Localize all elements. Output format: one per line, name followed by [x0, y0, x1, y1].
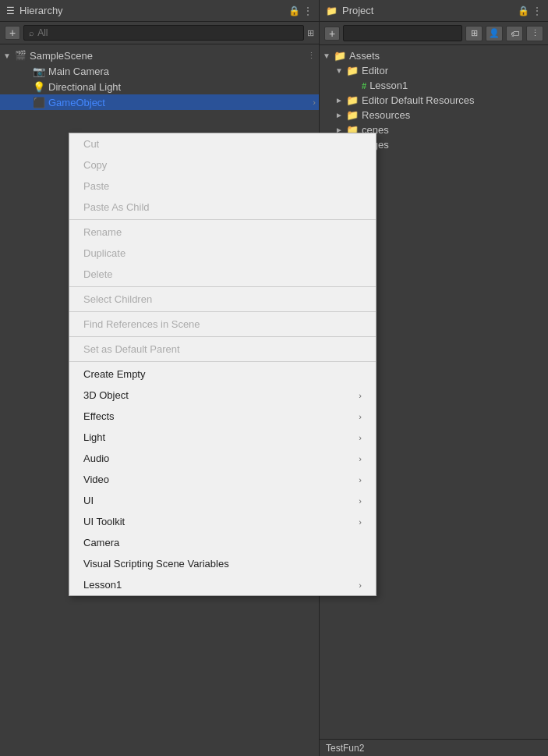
light-submenu-arrow: › — [359, 433, 362, 442]
separator-2 — [69, 286, 376, 287]
ui-arrow: › — [359, 496, 362, 506]
resources-label: Resources — [362, 109, 410, 121]
menu-item-paste-as-child[interactable]: Paste As Child — [69, 197, 376, 218]
hierarchy-search-input[interactable] — [37, 27, 299, 38]
menu-item-copy[interactable]: Copy — [69, 154, 376, 176]
separator-4 — [69, 336, 376, 337]
context-menu: Cut Copy Paste Paste As Child Rename Dup… — [69, 133, 377, 596]
project-header-left: 📁 Project — [326, 5, 373, 16]
light-icon: 💡 — [33, 80, 45, 93]
assets-folder-icon: 📁 — [334, 50, 346, 62]
editor-default-folder-icon: 📁 — [346, 94, 359, 106]
folder-header-icon: 📁 — [326, 5, 338, 16]
project-search-bar: + ⊞ 👤 🏷 ⋮ — [320, 22, 548, 45]
editor-default-arrow: ► — [335, 96, 346, 105]
project-toolbar-person-icon[interactable]: 👤 — [486, 26, 503, 41]
hierarchy-title: Hierarchy — [19, 5, 63, 16]
camera-icon: 📷 — [33, 65, 45, 77]
project-search-input[interactable] — [348, 28, 457, 39]
project-toolbar-bookmark-icon[interactable]: 🏷 — [506, 26, 523, 41]
project-tree-editor-default[interactable]: ► 📁 Editor Default Resources — [320, 93, 548, 108]
menu-item-delete[interactable]: Delete — [69, 264, 376, 285]
menu-item-3d-object[interactable]: 3D Object › — [69, 385, 376, 406]
lock-icon[interactable]: 🔒 — [288, 5, 300, 16]
tree-item-samplescene[interactable]: ▼ 🎬 SampleScene ⋮ — [0, 48, 319, 63]
audio-arrow: › — [359, 454, 362, 463]
menu-item-visual-scripting[interactable]: Visual Scripting Scene Variables — [69, 553, 376, 574]
menu-item-rename[interactable]: Rename — [69, 222, 376, 243]
scene-label: SampleScene — [30, 50, 93, 62]
tree-item-gameobject[interactable]: ► ⬛ GameObject › — [0, 94, 319, 110]
project-toolbar-extra-icon[interactable]: ⋮ — [526, 26, 543, 41]
menu-item-find-references[interactable]: Find References in Scene — [69, 314, 376, 335]
separator-3 — [69, 311, 376, 312]
gameobj-arrow-right: › — [313, 98, 316, 107]
editor-default-label: Editor Default Resources — [362, 94, 475, 106]
menu-item-video[interactable]: Video › — [69, 469, 376, 490]
menu-item-ui[interactable]: UI › — [69, 490, 376, 511]
project-tree-lesson1[interactable]: # Lesson1 — [320, 78, 548, 93]
menu-item-set-default-parent[interactable]: Set as Default Parent — [69, 339, 376, 360]
scene-icon: 🎬 — [14, 49, 27, 62]
resources-folder-icon: 📁 — [346, 109, 359, 121]
gameobj-label: GameObject — [48, 97, 105, 108]
scene-more-icon[interactable]: ⋮ — [307, 51, 316, 61]
status-bar: TestFun2 — [320, 739, 548, 756]
hierarchy-tree: ▼ 🎬 SampleScene ⋮ ► 📷 Main Camera ► 💡 Di… — [0, 44, 319, 113]
lesson1-label: Lesson1 — [369, 80, 408, 91]
ui-toolkit-arrow: › — [359, 517, 362, 527]
hierarchy-add-button[interactable]: + — [5, 26, 20, 40]
menu-item-ui-toolkit[interactable]: UI Toolkit › — [69, 511, 376, 532]
project-lock-icon[interactable]: 🔒 — [518, 5, 529, 16]
3d-object-arrow: › — [359, 391, 362, 400]
scene-expand-arrow: ▼ — [3, 51, 14, 60]
hierarchy-search-bar: + ⌕ ⊞ — [0, 22, 319, 44]
project-toolbar-icons: ⊞ 👤 🏷 ⋮ — [465, 26, 543, 41]
effects-arrow: › — [359, 412, 362, 421]
menu-item-cut[interactable]: Cut — [69, 133, 376, 154]
tree-item-directional-light[interactable]: ► 💡 Directional Light — [0, 79, 319, 94]
project-search-wrapper — [343, 25, 462, 41]
project-tree-resources[interactable]: ► 📁 Resources — [320, 108, 548, 122]
status-label: TestFun2 — [326, 743, 364, 754]
hierarchy-header-left: ☰ Hierarchy — [6, 5, 63, 16]
resources-arrow: ► — [335, 111, 346, 119]
menu-item-camera[interactable]: Camera — [69, 532, 376, 553]
search-icon: ⌕ — [29, 28, 34, 37]
menu-item-paste[interactable]: Paste — [69, 176, 376, 197]
separator-1 — [69, 219, 376, 220]
menu-item-audio[interactable]: Audio › — [69, 448, 376, 469]
light-label: Directional Light — [48, 81, 121, 93]
hierarchy-header-right: 🔒 ⋮ — [288, 5, 313, 16]
menu-item-lesson1[interactable]: Lesson1 › — [69, 574, 376, 595]
editor-folder-icon: 📁 — [346, 65, 359, 76]
project-header: 📁 Project 🔒 ⋮ — [320, 0, 548, 22]
assets-label: Assets — [349, 50, 380, 62]
editor-expand-arrow: ▼ — [335, 66, 346, 75]
project-more-icon[interactable]: ⋮ — [532, 5, 542, 16]
assets-expand-arrow: ▼ — [323, 51, 334, 60]
hierarchy-panel: ☰ Hierarchy 🔒 ⋮ + ⌕ ⊞ ▼ 🎬 SampleScene — [0, 0, 320, 756]
hamburger-icon[interactable]: ☰ — [6, 5, 15, 16]
more-icon[interactable]: ⋮ — [303, 5, 313, 16]
project-tree-assets[interactable]: ▼ 📁 Assets — [320, 48, 548, 63]
project-title: Project — [342, 5, 373, 16]
menu-item-create-empty[interactable]: Create Empty — [69, 364, 376, 385]
project-tree-editor[interactable]: ▼ 📁 Editor — [320, 63, 548, 78]
hierarchy-search-wrapper: ⌕ — [23, 25, 304, 41]
tree-item-main-camera[interactable]: ► 📷 Main Camera — [0, 63, 319, 79]
camera-label: Main Camera — [48, 66, 109, 77]
project-add-button[interactable]: + — [324, 27, 340, 41]
expand-icon[interactable]: ⊞ — [307, 28, 314, 38]
editor-label: Editor — [362, 65, 388, 76]
project-header-right: 🔒 ⋮ — [518, 5, 542, 16]
menu-item-select-children[interactable]: Select Children — [69, 289, 376, 310]
lesson1-arrow: › — [359, 580, 362, 590]
project-toolbar-grid-icon[interactable]: ⊞ — [465, 26, 483, 41]
hierarchy-header: ☰ Hierarchy 🔒 ⋮ — [0, 0, 319, 22]
menu-item-light[interactable]: Light › — [69, 427, 376, 448]
menu-item-duplicate[interactable]: Duplicate — [69, 243, 376, 264]
video-arrow: › — [359, 475, 362, 484]
separator-5 — [69, 361, 376, 362]
menu-item-effects[interactable]: Effects › — [69, 406, 376, 427]
